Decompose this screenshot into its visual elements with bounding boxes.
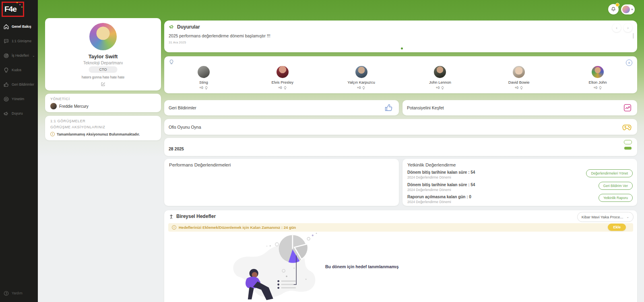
manage-evaluations-button[interactable]: Değerlendirmeleri Yönet <box>586 169 633 177</box>
announcements-nav: ‹ › <box>612 23 632 32</box>
person-avatar <box>592 66 604 78</box>
sidebar: F4e Genel Bakış 1:1 Görüşme İş Hedefleri… <box>0 0 38 302</box>
sidebar-item-yonetim[interactable]: Yönetim <box>0 93 38 105</box>
person-name: David Bowie <box>508 80 530 84</box>
announcements-title: Duyurular <box>177 24 200 30</box>
competency-card-title: Yetkinlik Değerlendirme <box>407 162 456 167</box>
kudos-people-row: Sting +0 Elvis Presley +0 Yalçın Karpuzc… <box>164 66 637 90</box>
goals-warning-banner: ! Hedeflerinizi Eklemek/Düzenlemek için … <box>168 223 633 232</box>
sidebar-item-label: İş Hedefleri <box>12 53 29 58</box>
edit-profile-button[interactable] <box>101 81 106 88</box>
competency-report-button[interactable]: Yetkinlik Raporu <box>599 194 633 202</box>
manager-row[interactable]: Freddie Mercury <box>50 103 89 109</box>
sidebar-item-duyuru[interactable]: Duyuru <box>0 108 38 119</box>
add-goal-button[interactable]: Ekle <box>608 224 626 231</box>
person-avatar <box>513 66 525 78</box>
gamepad-icon <box>622 122 632 132</box>
kudos-count: +0 <box>199 86 208 90</box>
sidebar-item-gorusme[interactable]: 1:1 Görüşme <box>0 35 38 47</box>
give-feedback-button[interactable]: Geri Bildirim Ver <box>599 182 633 190</box>
meetings-card: 1:1 GÖRÜŞMELER GÖRÜŞME AKSİYONLARINIZ ! … <box>45 116 161 140</box>
goals-period-dropdown[interactable]: Kibar Mavi Yaka Proce... ⌄ <box>577 212 634 222</box>
potential-card[interactable]: Potansiyelini Keşfet <box>402 100 637 115</box>
notification-badge <box>615 3 619 7</box>
chevron-down-icon: ▼ <box>631 8 634 11</box>
profile-department: Teknoloji Departmanı <box>45 60 161 65</box>
dashboard-page: F4e Genel Bakış 1:1 Görüşme İş Hedefleri… <box>0 0 644 302</box>
profile-title-badge: CTO <box>89 66 118 73</box>
person-avatar <box>277 66 289 78</box>
kudos-person[interactable]: Elvis Presley +0 <box>243 66 322 90</box>
sidebar-item-geri-bildirimler[interactable]: Geri Bildirimler <box>0 79 38 90</box>
next-announcement-button[interactable]: › <box>623 23 632 32</box>
meetings-title: 1:1 GÖRÜŞMELER <box>50 119 85 123</box>
kudos-person[interactable]: John Lennon +0 <box>400 66 479 90</box>
chat-icon <box>3 38 9 44</box>
meetings-subtitle: GÖRÜŞME AKSİYONLARINIZ <box>50 125 105 129</box>
kudos-person[interactable]: Sting +0 <box>164 66 243 90</box>
sidebar-item-kudos[interactable]: Kudos <box>0 64 38 76</box>
lightbulb-icon <box>441 86 444 90</box>
competency-row-text: Raporun açılmasına kalan gün : 0 <box>407 195 471 199</box>
sidebar-item-label: Kudos <box>12 68 21 72</box>
lightbulb-icon <box>283 86 287 90</box>
sidebar-item-label: 1:1 Görüşme <box>12 39 31 43</box>
kudos-person[interactable]: David Bowie +0 <box>479 66 558 90</box>
person-name: Elton John <box>589 80 607 84</box>
person-name: John Lennon <box>429 80 451 84</box>
sidebar-item-help[interactable]: Yardım <box>0 288 38 299</box>
goal-person-icon <box>169 214 174 219</box>
kudos-person[interactable]: Yalçın Karpuzcu +0 <box>322 66 401 90</box>
trend-chart-icon <box>623 103 632 112</box>
warning-icon: ! <box>50 132 55 136</box>
announcements-card: Duyurular ‹ › 2025 performans değerlendi… <box>164 21 637 52</box>
kudos-count: +0 <box>593 86 602 90</box>
person-name: Sting <box>199 80 208 84</box>
person-name: Elvis Presley <box>272 80 293 84</box>
megaphone-icon <box>169 24 175 30</box>
user-menu[interactable]: ▼ <box>621 4 635 14</box>
prev-announcement-button[interactable]: ‹ <box>612 23 621 32</box>
goals-empty-message: Bu dönem için hedef tanımlanmamış <box>325 264 399 269</box>
kudos-count: +0 <box>357 86 366 90</box>
feedback-card-title: Geri Bildirimler <box>169 105 196 110</box>
competency-row-text: Dönem bitiş tarihine kalan süre : 54 <box>407 183 475 187</box>
person-avatar <box>355 66 367 78</box>
potential-card-title: Potansiyelini Keşfet <box>407 105 444 110</box>
thumbs-up-icon <box>3 82 9 88</box>
goals-warning-text: Hedeflerinizi Eklemek/Düzenlemek için Ka… <box>179 225 296 230</box>
competency-evaluation-card: Yetkinlik Değerlendirme Dönem bitiş tari… <box>402 159 637 206</box>
pagination-dot[interactable] <box>401 47 403 49</box>
target-icon <box>3 53 9 59</box>
sidebar-item-label: Genel Bakış <box>12 25 31 29</box>
battery-filled-icon <box>624 147 632 150</box>
kudos-person[interactable]: Elton John +0 <box>558 66 637 90</box>
notifications-button[interactable] <box>608 4 619 14</box>
announcements-header: Duyurular <box>169 24 200 30</box>
sidebar-item-genel-bakis[interactable]: Genel Bakış <box>0 21 38 32</box>
sidebar-item-label: Yönetim <box>12 97 24 101</box>
manager-card: YÖNETİCİ Freddie Mercury <box>45 94 161 112</box>
add-kudos-button[interactable]: + <box>626 60 632 66</box>
feedback-card[interactable]: Geri Bildirimler <box>164 100 399 115</box>
profile-name: Taylor Swift <box>45 53 161 60</box>
profile-card: Taylor Swift Teknoloji Departmanı CTO ha… <box>45 18 161 90</box>
competency-row-period: 2024 Değerlendirme Dönemi <box>407 175 451 179</box>
office-game-card[interactable]: Ofis Oyunu Oyna <box>164 119 637 135</box>
management-icon <box>3 96 9 102</box>
lightbulb-icon <box>520 86 523 90</box>
bell-icon <box>611 6 616 12</box>
announcement-message[interactable]: 2025 performans değerlendirme dönemi baş… <box>169 33 270 38</box>
user-avatar <box>622 6 630 13</box>
competency-row-period: 2024 Değerlendirme Dönemi <box>407 188 451 192</box>
scrollbar-thumb[interactable] <box>633 33 634 39</box>
period-card[interactable]: 28 2025 <box>164 138 637 156</box>
empty-goals-illustration <box>225 232 329 302</box>
kudos-count: +0 <box>514 86 523 90</box>
goals-title: Bireysel Hedefler <box>176 214 216 219</box>
person-avatar <box>198 66 210 78</box>
logo[interactable]: F4e <box>2 2 24 17</box>
sidebar-item-label: Geri Bildirimler <box>12 82 34 86</box>
sidebar-item-is-hedefleri[interactable]: İş Hedefleri ⌄ <box>0 50 38 61</box>
performance-card-title: Performans Değerlendirmeleri <box>169 162 231 167</box>
